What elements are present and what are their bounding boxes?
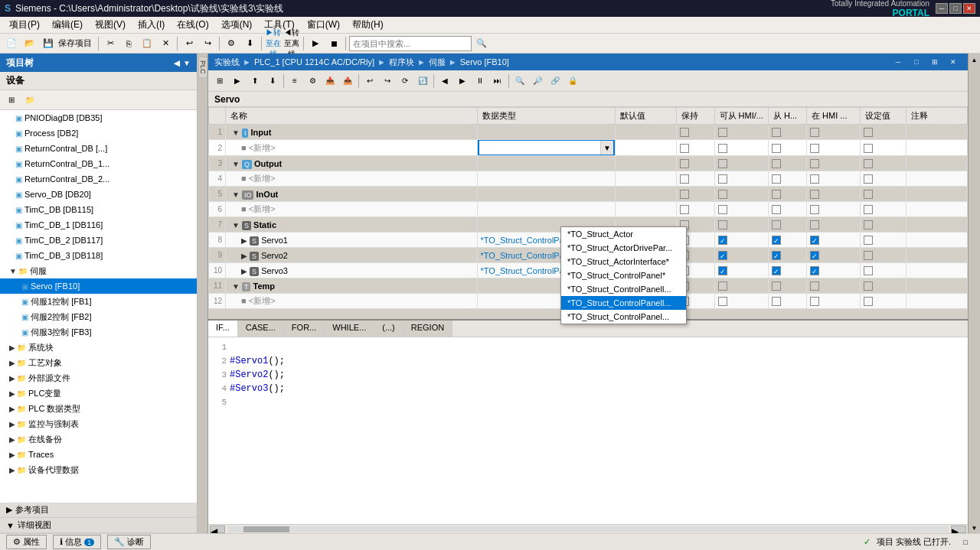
scroll-left-btn[interactable]: ◀ (210, 526, 225, 533)
table-row[interactable]: 5 ▼ IO InOut (209, 187, 968, 202)
dd-item-2[interactable]: *TO_Struct_ActorDrivePar... (561, 241, 686, 255)
tree-item-timc2[interactable]: ▣TimC_DB_1 [DB116] (0, 217, 197, 233)
copy-button[interactable]: ⎘ (120, 35, 137, 52)
code-tab-region[interactable]: REGION (403, 321, 452, 337)
plc-tab[interactable]: PLC (198, 57, 207, 78)
scroll-right-btn[interactable]: ▶ (951, 526, 966, 533)
tree-item-returncontral1[interactable]: ▣ReturnContral_DB [...] (0, 141, 197, 156)
info-btn[interactable]: ℹ 信息 1 (53, 535, 101, 549)
sv-btn6[interactable]: ⚙ (304, 73, 321, 89)
bc-plc[interactable]: PLC_1 [CPU 1214C AC/DC/Rly] (254, 57, 374, 67)
menu-view[interactable]: 视图(V) (89, 17, 132, 33)
bc-maximize-btn[interactable]: ⊞ (926, 54, 943, 70)
tree-item-process[interactable]: ▣Process [DB2] (0, 125, 197, 141)
search-input[interactable] (349, 36, 472, 51)
save-button[interactable]: 💾 (40, 35, 57, 52)
tree-item-timc4[interactable]: ▣TimC_DB_3 [DB118] (0, 248, 197, 263)
right-top-btn[interactable]: ▲ (970, 55, 979, 65)
code-tab-paren[interactable]: (...) (374, 321, 403, 337)
bc-restore-btn[interactable]: □ (908, 54, 925, 70)
scroll-track[interactable] (228, 526, 948, 532)
go-online-button[interactable]: ▶转至在线 (265, 35, 282, 52)
panel-add-btn[interactable]: ⊞ (3, 92, 20, 109)
tree-item-servo1ctrl[interactable]: ▣伺服1控制 [FB1] (0, 294, 197, 309)
collapse-detail[interactable]: ▼详细视图 (0, 518, 197, 533)
sv-btn20[interactable]: 🔒 (564, 73, 581, 89)
bc-root[interactable]: 实验线 (214, 57, 240, 68)
tree-item-returncontral3[interactable]: ▣ReturnContral_DB_2... (0, 171, 197, 187)
code-tab-for[interactable]: FOR... (284, 321, 325, 337)
sv-btn16[interactable]: ⏭ (489, 73, 506, 89)
panel-options-btn[interactable]: ▼ (183, 59, 191, 67)
paste-button[interactable]: 📋 (139, 35, 155, 52)
tree-item-servo-folder[interactable]: ▼📁伺服 (0, 263, 197, 278)
close-button[interactable]: ✕ (963, 3, 975, 14)
new-button[interactable]: 📄 (3, 35, 20, 52)
dtype-dropdown[interactable]: *TO_Struct_Actor *TO_Struct_ActorDrivePa… (560, 226, 687, 324)
sv-btn12[interactable]: 🔃 (414, 73, 431, 89)
sv-btn19[interactable]: 🔗 (547, 73, 564, 89)
cut-button[interactable]: ✂ (102, 35, 119, 52)
dd-item-3[interactable]: *TO_Struct_ActorInterface* (561, 255, 686, 268)
tree-item-timc3[interactable]: ▣TimC_DB_2 [DB117] (0, 233, 197, 248)
collapse-ref[interactable]: ▶参考项目 (0, 503, 197, 518)
tree-item-servodb[interactable]: ▣Servo_DB [DB20] (0, 187, 197, 202)
sv-btn13[interactable]: ◀ (436, 73, 453, 89)
tree-item-sysblk[interactable]: ▶📁系统块 (0, 340, 197, 355)
dtype-edit-input[interactable] (479, 141, 601, 155)
menu-help[interactable]: 帮助(H) (346, 17, 390, 33)
tree-item-pniodb[interactable]: ▣PNIODiagDB [DB35] (0, 110, 197, 125)
open-button[interactable]: 📂 (21, 35, 38, 52)
properties-btn[interactable]: ⚙ 属性 (6, 535, 47, 549)
sv-btn17[interactable]: 🔍 (511, 73, 528, 89)
dd-item-7[interactable]: *TO_Struct_ControlPanel... (561, 310, 686, 324)
undo-button[interactable]: ↩ (181, 35, 198, 52)
menu-edit[interactable]: 编辑(E) (46, 17, 89, 33)
go-offline-button[interactable]: ◀转至离线 (283, 35, 300, 52)
start-sim-button[interactable]: ▶ (307, 35, 324, 52)
tree-item-servo2ctrl[interactable]: ▣伺服2控制 [FB2] (0, 309, 197, 324)
tree-item-tech[interactable]: ▶📁工艺对象 (0, 355, 197, 370)
redo-button[interactable]: ↪ (199, 35, 216, 52)
dtype-dropdown-btn[interactable]: ▼ (600, 141, 612, 155)
tree-item-servo3ctrl[interactable]: ▣伺服3控制 [FB3] (0, 324, 197, 340)
dd-item-6[interactable]: *TO_Struct_ControlPanell... (561, 296, 686, 310)
compile-button[interactable]: ⚙ (223, 35, 240, 52)
bc-servo-folder[interactable]: 伺服 (429, 57, 446, 68)
sv-btn15[interactable]: ⏸ (472, 73, 488, 89)
delete-button[interactable]: ✕ (157, 35, 174, 52)
menu-window[interactable]: 窗口(W) (301, 17, 346, 33)
bc-servo-fb10[interactable]: Servo [FB10] (460, 57, 509, 67)
tree-item-external[interactable]: ▶📁外部源文件 (0, 370, 197, 386)
panel-folder-btn[interactable]: 📁 (21, 92, 38, 109)
dd-item-1[interactable]: *TO_Struct_Actor (561, 227, 686, 241)
stop-sim-button[interactable]: ⏹ (325, 35, 342, 52)
panel-collapse-btn[interactable]: ◀ (174, 59, 180, 67)
bc-progblock[interactable]: 程序块 (389, 57, 414, 68)
sv-btn10[interactable]: ↪ (379, 73, 396, 89)
code-tab-while[interactable]: WHILE... (325, 321, 374, 337)
sv-btn7[interactable]: 📥 (322, 73, 338, 89)
table-row[interactable]: 6 ■ <新增> (209, 202, 968, 217)
tree-item-monitor[interactable]: ▶📁监控与强制表 (0, 416, 197, 431)
menu-insert[interactable]: 插入(I) (132, 17, 171, 33)
search-button[interactable]: 🔍 (473, 35, 490, 52)
sv-btn9[interactable]: ↩ (361, 73, 378, 89)
menu-project[interactable]: 项目(P) (3, 17, 46, 33)
sv-btn18[interactable]: 🔎 (529, 73, 546, 89)
tree-item-plctype[interactable]: ▶📁PLC 数据类型 (0, 401, 197, 416)
dd-item-4[interactable]: *TO_Struct_ControlPanel* (561, 268, 686, 282)
download-button[interactable]: ⬇ (241, 35, 258, 52)
sv-btn2[interactable]: ▶ (229, 73, 246, 89)
diagnostics-btn[interactable]: 🔧 诊断 (107, 535, 151, 549)
menu-online[interactable]: 在线(O) (171, 17, 214, 33)
tree-item-timc1[interactable]: ▣TimC_DB [DB115] (0, 202, 197, 217)
dd-item-5[interactable]: *TO_Struct_ControlPanell... (561, 282, 686, 296)
table-row[interactable]: 2 ■ <新增> ▼ (209, 140, 968, 156)
tree-item-returncontral2[interactable]: ▣ReturnContral_DB_1... (0, 156, 197, 171)
table-row[interactable]: 3 ▼ Q Output (209, 156, 968, 171)
table-row[interactable]: 4 ■ <新增> (209, 171, 968, 187)
sv-btn11[interactable]: ⟳ (397, 73, 413, 89)
sv-btn8[interactable]: 📤 (339, 73, 356, 89)
scroll-thumb[interactable] (243, 526, 289, 532)
